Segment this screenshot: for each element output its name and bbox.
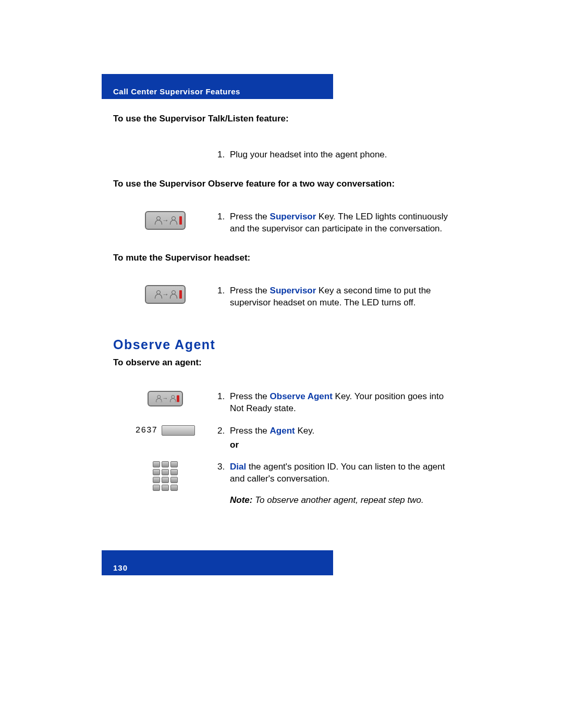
step-number: 2. (217, 425, 230, 437)
agent-number: 2637 (136, 426, 157, 435)
agent-key-row: 2637 (136, 425, 195, 436)
step-number: 1. (217, 149, 230, 161)
section2-title: To use the Supervisor Observe feature fo… (113, 179, 456, 189)
footer-bar: 130 (102, 550, 333, 575)
supervisor-key-label: Supervisor (270, 212, 316, 221)
step-text: Press the Supervisor Key. The LED lights… (230, 211, 456, 235)
step-number: 1. (217, 391, 230, 403)
step-text: Dial the agent's position ID. You can li… (230, 461, 456, 507)
note-label: Note: (230, 495, 252, 505)
step-text: Press the Observe Agent Key. Your positi… (230, 391, 456, 415)
header-title: Call Center Supervisor Features (113, 87, 240, 96)
step-number: 1. (217, 211, 230, 223)
header-bar: Call Center Supervisor Features (102, 74, 333, 99)
section3-title: To mute the Supervisor headset: (113, 253, 456, 263)
page-number: 130 (113, 563, 128, 572)
agent-key-icon (162, 425, 195, 436)
step-text: Press the Agent Key. or (230, 425, 456, 451)
agent-key-label: Agent (270, 426, 295, 436)
observe-subtitle: To observe an agent: (113, 357, 456, 368)
observe-agent-heading: Observe Agent (113, 337, 456, 352)
observe-agent-key-label: Observe Agent (270, 391, 333, 401)
supervisor-key-icon: → (145, 211, 186, 230)
supervisor-key-icon: → (145, 285, 186, 304)
or-label: or (230, 439, 456, 451)
step-number: 1. (217, 285, 230, 297)
section1-title: To use the Supervisor Talk/Listen featur… (113, 114, 456, 124)
observe-agent-key-icon: → (148, 391, 183, 406)
step-text: Plug your headset into the agent phone. (230, 149, 456, 161)
content-area: To use the Supervisor Talk/Listen featur… (102, 99, 456, 507)
step-number: 3. (217, 461, 230, 473)
dial-label: Dial (230, 462, 246, 472)
step-text: Press the Supervisor Key a second time t… (230, 285, 456, 309)
supervisor-key-label: Supervisor (270, 286, 316, 295)
keypad-icon (153, 461, 178, 491)
note-text: To observe another agent, repeat step tw… (252, 495, 423, 505)
